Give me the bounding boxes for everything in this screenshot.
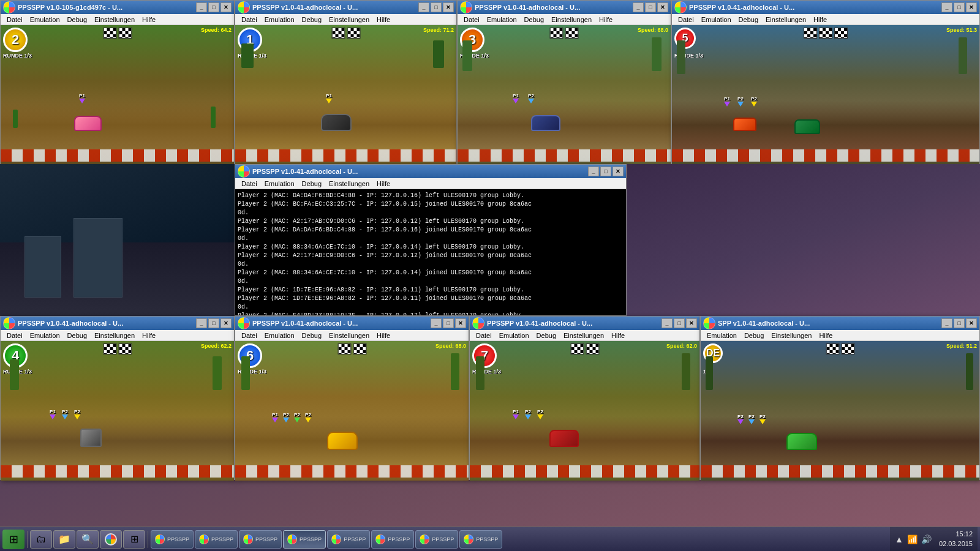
menu-hilfe-1[interactable]: Hilfe — [138, 15, 159, 24]
taskbar-task-ppsspp-8[interactable]: PPSSPP — [459, 530, 502, 549]
menu-hilfe-4[interactable]: Hilfe — [810, 15, 831, 24]
menu-debug-4[interactable]: Debug — [735, 15, 762, 24]
menu-einstellungen-5[interactable]: Einstellungen — [91, 331, 138, 340]
close-btn-8[interactable]: ✕ — [966, 318, 977, 328]
menu-hilfe-console[interactable]: Hilfe — [373, 179, 394, 188]
menu-emulation-3[interactable]: Emulation — [483, 15, 521, 24]
menu-debug-2[interactable]: Debug — [298, 15, 325, 24]
taskbar-btn-folder[interactable]: 📁 — [53, 530, 75, 549]
maximize-btn-8[interactable]: □ — [954, 318, 965, 328]
close-btn-3[interactable]: ✕ — [657, 2, 668, 12]
maximize-btn-1[interactable]: □ — [208, 2, 219, 12]
taskbar-task-ppsspp-5[interactable]: PPSSPP — [327, 530, 370, 549]
menu-emulation-console[interactable]: Emulation — [261, 179, 298, 188]
menu-debug-8[interactable]: Debug — [741, 331, 767, 340]
minimize-btn-3[interactable]: _ — [633, 2, 644, 12]
menu-datei-6[interactable]: Datei — [238, 331, 261, 340]
minimize-btn-console[interactable]: _ — [588, 167, 599, 176]
menu-einstellungen-console[interactable]: Einstellungen — [325, 179, 373, 188]
menu-datei-3[interactable]: Datei — [460, 15, 483, 24]
taskbar-task-ppsspp-7[interactable]: PPSSPP — [415, 530, 458, 549]
titlebar-3[interactable]: PPSSPP v1.0-41-adhoclocal - U... _ □ ✕ — [458, 1, 671, 14]
taskbar-task-ppsspp-4[interactable]: PPSSPP — [283, 530, 326, 549]
titlebar-6[interactable]: PPSSPP v1.0-41-adhoclocal - U... _ □ ✕ — [235, 317, 469, 330]
minimize-btn-6[interactable]: _ — [431, 318, 442, 328]
menu-hilfe-2[interactable]: Hilfe — [373, 15, 394, 24]
menu-einstellungen-1[interactable]: Einstellungen — [91, 15, 138, 24]
taskbar-task-ppsspp-6[interactable]: PPSSPP — [371, 530, 414, 549]
maximize-btn-console[interactable]: □ — [600, 167, 611, 176]
menu-einstellungen-2[interactable]: Einstellungen — [325, 15, 373, 24]
menu-emulation-8[interactable]: Emulation — [703, 331, 741, 340]
minimize-btn-2[interactable]: _ — [418, 2, 429, 12]
menu-datei-1[interactable]: Datei — [3, 15, 26, 24]
taskbar-task-ppsspp-3[interactable]: PPSSPP — [239, 530, 282, 549]
titlebar-4[interactable]: PPSSPP v1.0-41-adhoclocal - U... _ □ ✕ — [672, 1, 979, 14]
maximize-btn-3[interactable]: □ — [645, 2, 656, 12]
menu-einstellungen-4[interactable]: Einstellungen — [762, 15, 810, 24]
time-display[interactable]: 15:12 02.03.2015 — [939, 530, 973, 549]
minimize-btn-1[interactable]: _ — [196, 2, 207, 12]
taskbar-btn-search[interactable]: 🔍 — [77, 530, 99, 549]
menu-emulation-5[interactable]: Emulation — [26, 331, 64, 340]
window-ppsspp-4: PPSSPP v1.0-41-adhoclocal - U... _ □ ✕ D… — [671, 0, 980, 164]
titlebar-5[interactable]: PPSSPP v1.0-41-adhoclocal - U... _ □ ✕ — [1, 317, 234, 330]
taskbar-btn-chrome[interactable] — [100, 530, 122, 549]
menu-datei-7[interactable]: Datei — [472, 331, 496, 340]
menu-hilfe-3[interactable]: Hilfe — [595, 15, 616, 24]
titlebar-8[interactable]: SPP v1.0-41-adhoclocal - U... _ □ ✕ — [701, 317, 979, 330]
menu-einstellungen-6[interactable]: Einstellungen — [325, 331, 373, 340]
menu-hilfe-7[interactable]: Hilfe — [608, 331, 628, 340]
close-btn-7[interactable]: ✕ — [686, 318, 697, 328]
menu-emulation-2[interactable]: Emulation — [261, 15, 298, 24]
taskbar-task-ppsspp-2[interactable]: PPSSPP — [195, 530, 238, 549]
menu-hilfe-8[interactable]: Hilfe — [815, 331, 836, 340]
close-btn-4[interactable]: ✕ — [966, 2, 977, 12]
menu-emulation-7[interactable]: Emulation — [496, 331, 533, 340]
menu-debug-6[interactable]: Debug — [298, 331, 325, 340]
menu-debug-3[interactable]: Debug — [521, 15, 548, 24]
titlebar-7[interactable]: PPSSPP v1.0-41-adhoclocal - U... _ □ ✕ — [470, 317, 699, 330]
titlebar-1[interactable]: PPSSPP v1.0-105-g1cd497c - U... _ □ ✕ — [1, 1, 234, 14]
close-btn-console[interactable]: ✕ — [612, 167, 624, 176]
menu-debug-1[interactable]: Debug — [64, 15, 91, 24]
taskbar-btn-registry[interactable]: ⊞ — [123, 530, 145, 549]
close-btn-1[interactable]: ✕ — [221, 2, 232, 12]
taskbar-task-ppsspp-1[interactable]: PPSSPP — [151, 530, 194, 549]
menu-einstellungen-3[interactable]: Einstellungen — [548, 15, 595, 24]
menu-datei-4[interactable]: Datei — [674, 15, 698, 24]
taskbar-btn-taskmanager[interactable]: 🗂 — [30, 530, 52, 549]
menu-hilfe-6[interactable]: Hilfe — [373, 331, 394, 340]
systray-volume-icon[interactable]: 🔊 — [921, 534, 932, 544]
menu-debug-7[interactable]: Debug — [533, 331, 560, 340]
maximize-btn-7[interactable]: □ — [674, 318, 685, 328]
minimize-btn-7[interactable]: _ — [662, 318, 673, 328]
menu-einstellungen-8[interactable]: Einstellungen — [767, 331, 815, 340]
menu-debug-5[interactable]: Debug — [64, 331, 91, 340]
maximize-btn-6[interactable]: □ — [443, 318, 454, 328]
menu-debug-console[interactable]: Debug — [298, 179, 325, 188]
titlebar-2[interactable]: PPSSPP v1.0-41-adhoclocal - U... _ □ ✕ — [235, 1, 456, 14]
minimize-btn-8[interactable]: _ — [941, 318, 952, 328]
titlebar-console[interactable]: PPSSPP v1.0-41-adhoclocal - U... _ □ ✕ — [235, 165, 626, 178]
menu-hilfe-5[interactable]: Hilfe — [138, 331, 159, 340]
menu-datei-5[interactable]: Datei — [3, 331, 26, 340]
speed-7: Speed: 62.0 — [666, 343, 697, 349]
start-button[interactable]: ⊞ — [2, 530, 24, 549]
maximize-btn-2[interactable]: □ — [431, 2, 442, 12]
menu-datei-2[interactable]: Datei — [238, 15, 261, 24]
minimize-btn-4[interactable]: _ — [941, 2, 952, 12]
maximize-btn-4[interactable]: □ — [954, 2, 965, 12]
menu-emulation-6[interactable]: Emulation — [261, 331, 298, 340]
minimize-btn-5[interactable]: _ — [196, 318, 207, 328]
menu-einstellungen-7[interactable]: Einstellungen — [560, 331, 608, 340]
close-btn-5[interactable]: ✕ — [221, 318, 232, 328]
menu-emulation-1[interactable]: Emulation — [26, 15, 64, 24]
console-line-7: Player 2 (MAC: 88:34:6A:CE:7C:10 - IP: 1… — [238, 243, 624, 252]
systray-up-arrow-icon[interactable]: ▲ — [895, 534, 903, 544]
close-btn-6[interactable]: ✕ — [455, 318, 466, 328]
close-btn-2[interactable]: ✕ — [443, 2, 454, 12]
menu-emulation-4[interactable]: Emulation — [698, 15, 735, 24]
menu-datei-console[interactable]: Datei — [238, 179, 261, 188]
maximize-btn-5[interactable]: □ — [208, 318, 219, 328]
